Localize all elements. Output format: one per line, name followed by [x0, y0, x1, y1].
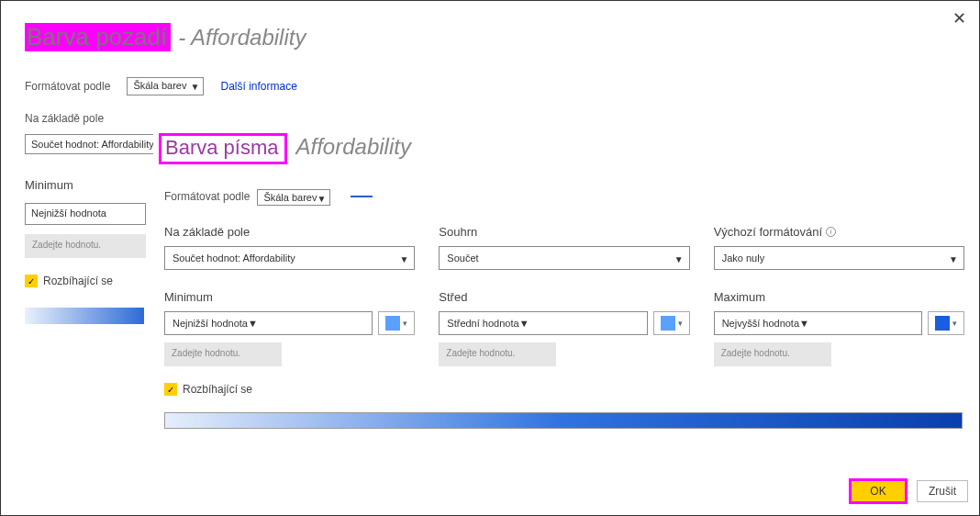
chevron-down-icon: ▼: [674, 254, 684, 264]
minimum-color-picker[interactable]: ▾: [378, 311, 415, 335]
summary-select[interactable]: Součet ▼: [439, 246, 689, 270]
center-input[interactable]: Zadejte hodnotu.: [439, 342, 556, 366]
format-by-label-back: Formátovat podle: [25, 80, 110, 93]
chevron-down-icon: ▾: [952, 319, 957, 328]
maximum-label: Maximum: [714, 290, 964, 304]
minimum-select-front[interactable]: Nejnižší hodnota ▼: [164, 311, 373, 335]
format-by-select-front[interactable]: Škála barev ▼: [257, 189, 330, 206]
maximum-select[interactable]: Nejvyšší hodnota ▼: [714, 311, 922, 335]
color-swatch-icon: [661, 316, 675, 331]
minimum-select-back[interactable]: Nejnižší hodnota: [25, 203, 146, 225]
chevron-down-icon: ▾: [678, 319, 683, 328]
based-on-label-front: Na základě pole: [164, 225, 415, 239]
diverging-label-front: Rozbíhající se: [183, 383, 252, 396]
chevron-down-icon: ▼: [248, 318, 258, 329]
default-format-label: Výchozí formátování i: [714, 225, 964, 239]
chevron-down-icon: ▼: [519, 318, 529, 329]
chevron-down-icon: ▾: [403, 319, 407, 328]
dialog-title-front: Barva písma: [159, 133, 287, 164]
more-info-link-back[interactable]: Další informace: [220, 80, 296, 93]
diverging-checkbox-back[interactable]: ✓: [25, 275, 38, 287]
diverging-checkbox-front[interactable]: ✓: [164, 383, 177, 396]
based-on-label-back: Na základě pole: [25, 112, 957, 125]
dialog-title-back: Barva pozadí: [25, 23, 171, 51]
minimum-input-front[interactable]: Zadejte hodnotu.: [164, 342, 282, 366]
center-color-picker[interactable]: ▾: [653, 311, 690, 335]
center-label: Střed: [439, 290, 689, 304]
summary-label: Souhrn: [439, 225, 689, 239]
color-swatch-icon: [935, 316, 950, 331]
info-icon[interactable]: i: [826, 227, 836, 237]
chevron-down-icon: ▼: [317, 194, 327, 204]
more-info-link-front[interactable]: [351, 196, 373, 197]
chevron-down-icon: ▼: [949, 254, 958, 264]
close-icon[interactable]: ✕: [952, 8, 966, 28]
format-by-label-front: Formátovat podle: [164, 190, 250, 203]
based-on-select-front[interactable]: Součet hodnot: Affordability ▼: [164, 246, 415, 270]
center-select[interactable]: Střední hodnota ▼: [439, 311, 647, 335]
cancel-button[interactable]: Zrušit: [917, 480, 968, 502]
gradient-preview-front: [164, 412, 963, 429]
dialog-subtitle-back: - Affordability: [178, 25, 306, 50]
maximum-input[interactable]: Zadejte hodnotu.: [714, 342, 831, 366]
chevron-down-icon: ▼: [191, 82, 200, 92]
diverging-label-back: Rozbíhající se: [43, 275, 113, 287]
default-format-select[interactable]: Jako nuly ▼: [714, 246, 964, 270]
chevron-down-icon: ▼: [799, 318, 809, 329]
color-swatch-icon: [385, 316, 400, 331]
minimum-label-front: Minimum: [164, 290, 415, 304]
minimum-input-back[interactable]: Zadejte hodnotu.: [25, 234, 146, 258]
dialog-font-color: Barva písma Affordability Formátovat pod…: [153, 124, 974, 510]
gradient-preview-back: [25, 308, 144, 324]
chevron-down-icon: ▼: [399, 254, 408, 264]
format-by-select-back[interactable]: Škála barev ▼: [127, 77, 204, 95]
maximum-color-picker[interactable]: ▾: [928, 311, 964, 335]
dialog-subtitle-front: Affordability: [296, 134, 411, 160]
ok-button[interactable]: OK: [849, 478, 908, 504]
